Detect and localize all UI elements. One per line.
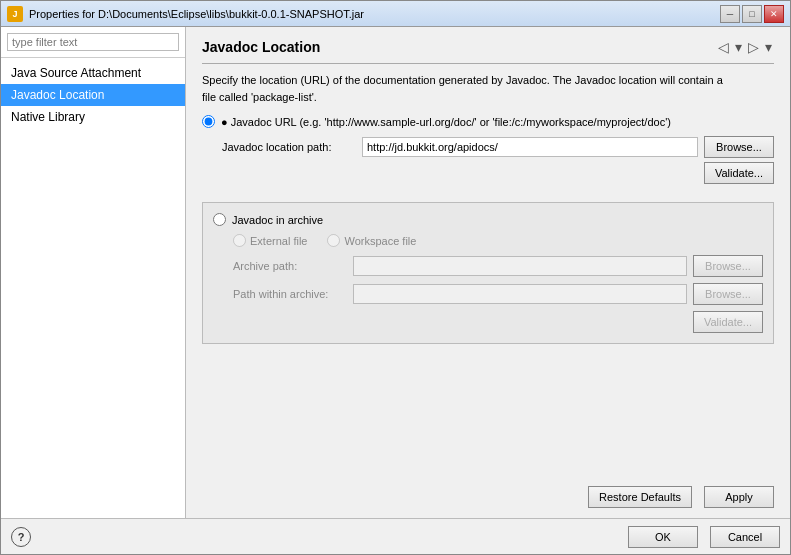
archive-path-row: Archive path: Browse... [213, 255, 763, 277]
minimize-button[interactable]: ─ [720, 5, 740, 23]
title-bar-left: J Properties for D:\Documents\Eclipse\li… [7, 6, 364, 22]
external-file-radio[interactable] [233, 234, 246, 247]
filter-box [1, 27, 185, 58]
main-panel: Javadoc Location ◁ ▾ ▷ ▾ Specify the loc… [186, 27, 790, 518]
validate-button-url[interactable]: Validate... [704, 162, 774, 184]
workspace-file-radio[interactable] [327, 234, 340, 247]
forward-arrow[interactable]: ▷ [746, 39, 761, 55]
archive-validate-row: Validate... [213, 311, 763, 333]
archive-path-label: Archive path: [213, 260, 353, 272]
external-file-item: External file [233, 234, 307, 247]
validate-button-archive[interactable]: Validate... [693, 311, 763, 333]
restore-defaults-button[interactable]: Restore Defaults [588, 486, 692, 508]
bottom-buttons: Restore Defaults Apply [202, 480, 774, 510]
sidebar-item-javadoc-location[interactable]: Javadoc Location [1, 84, 185, 106]
window-icon: J [7, 6, 23, 22]
path-within-archive-label: Path within archive: [213, 288, 353, 300]
javadoc-location-input[interactable] [362, 137, 698, 157]
close-button[interactable]: ✕ [764, 5, 784, 23]
filter-input[interactable] [7, 33, 179, 51]
workspace-file-label: Workspace file [344, 235, 416, 247]
archive-radio-row: Javadoc in archive [213, 213, 763, 226]
footer-ok-cancel: OK Cancel [622, 526, 780, 548]
browse-button-archive[interactable]: Browse... [693, 255, 763, 277]
window-title: Properties for D:\Documents\Eclipse\libs… [29, 8, 364, 20]
archive-radio[interactable] [213, 213, 226, 226]
external-file-label: External file [250, 235, 307, 247]
javadoc-location-label: Javadoc location path: [222, 141, 362, 153]
sidebar-item-java-source[interactable]: Java Source Attachment [1, 62, 185, 84]
archive-label: Javadoc in archive [232, 214, 323, 226]
back-arrow[interactable]: ◁ [716, 39, 731, 55]
workspace-file-item: Workspace file [327, 234, 416, 247]
sidebar-item-native-library[interactable]: Native Library [1, 106, 185, 128]
title-bar: J Properties for D:\Documents\Eclipse\li… [1, 1, 790, 27]
maximize-button[interactable]: □ [742, 5, 762, 23]
description: Specify the location (URL) of the docume… [202, 72, 774, 105]
panel-title: Javadoc Location [202, 39, 320, 55]
path-within-archive-input[interactable] [353, 284, 687, 304]
javadoc-url-section: ● Javadoc URL (e.g. 'http://www.sample-u… [202, 115, 774, 192]
browse-button-url[interactable]: Browse... [704, 136, 774, 158]
properties-window: J Properties for D:\Documents\Eclipse\li… [0, 0, 791, 555]
content-area: Java Source Attachment Javadoc Location … [1, 27, 790, 518]
archive-section: Javadoc in archive External file Workspa… [202, 202, 774, 344]
sidebar: Java Source Attachment Javadoc Location … [1, 27, 186, 518]
sidebar-items: Java Source Attachment Javadoc Location … [1, 58, 185, 132]
cancel-button[interactable]: Cancel [710, 526, 780, 548]
javadoc-url-radio-row: ● Javadoc URL (e.g. 'http://www.sample-u… [202, 115, 774, 128]
help-icon[interactable]: ? [11, 527, 31, 547]
apply-button[interactable]: Apply [704, 486, 774, 508]
path-within-archive-row: Path within archive: Browse... [213, 283, 763, 305]
nav-arrows: ◁ ▾ ▷ ▾ [716, 39, 774, 55]
sub-radio-row: External file Workspace file [213, 234, 763, 247]
javadoc-url-radio[interactable] [202, 115, 215, 128]
javadoc-url-label: ● Javadoc URL (e.g. 'http://www.sample-u… [221, 116, 671, 128]
footer-bar: ? OK Cancel [1, 518, 790, 554]
ok-button[interactable]: OK [628, 526, 698, 548]
archive-path-input[interactable] [353, 256, 687, 276]
browse-button-within[interactable]: Browse... [693, 283, 763, 305]
title-buttons: ─ □ ✕ [720, 5, 784, 23]
forward-menu[interactable]: ▾ [763, 39, 774, 55]
arrow-menu[interactable]: ▾ [733, 39, 744, 55]
